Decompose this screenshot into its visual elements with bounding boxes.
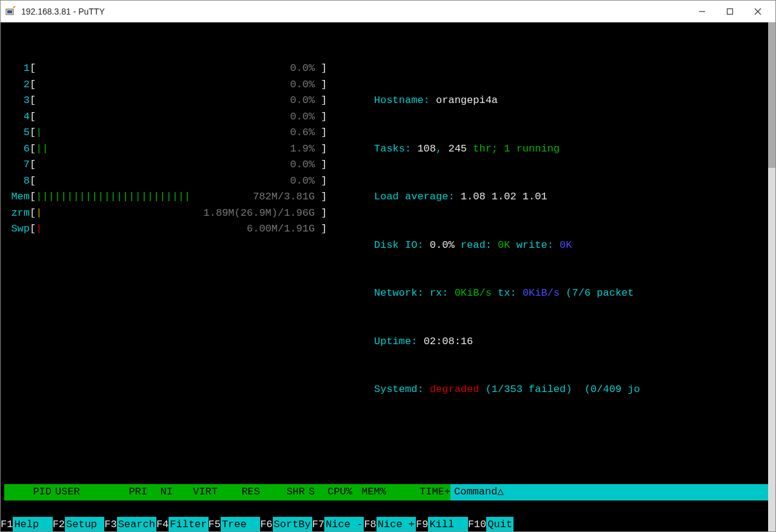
minimize-button[interactable] xyxy=(688,2,716,21)
window-title: 192.168.3.81 - PuTTY xyxy=(21,7,688,16)
col-s[interactable]: S xyxy=(305,484,318,500)
fkey-f2[interactable]: F2Setup xyxy=(53,517,105,531)
scrollbar-thumb[interactable] xyxy=(768,22,775,168)
tasks-label: Tasks: xyxy=(374,143,417,155)
fkey-f5[interactable]: F5Tree xyxy=(209,517,261,531)
fkey-f9[interactable]: F9Kill xyxy=(416,517,468,531)
uptime-label: Uptime: xyxy=(374,336,424,347)
process-header[interactable]: PID USER PRI NI VIRT RES SHR S CPU% MEM%… xyxy=(4,484,772,500)
col-cpu[interactable]: CPU% xyxy=(318,484,352,500)
col-pri[interactable]: PRI xyxy=(117,484,147,500)
svg-rect-4 xyxy=(728,8,733,14)
maximize-button[interactable] xyxy=(716,2,744,21)
meters-panel: 1[0.0%]2[0.0%]3[0.0%]4[0.0%]5[|0.6%]6[||… xyxy=(4,61,356,430)
col-virt[interactable]: VIRT xyxy=(173,484,218,500)
fkey-f6[interactable]: F6SortBy xyxy=(260,517,312,531)
function-key-bar: F1Help F2Setup F3SearchF4FilterF5Tree F6… xyxy=(1,518,775,531)
svg-rect-1 xyxy=(7,10,12,13)
svg-line-2 xyxy=(13,6,15,8)
cpu-meter-1: 1[0.0%] xyxy=(4,61,356,77)
zrm-meter: zrm[|1.89M(26.9M)/1.96G] xyxy=(4,205,356,222)
disk-label: Disk IO: xyxy=(374,239,430,251)
fkey-f7[interactable]: F7Nice - xyxy=(312,517,364,531)
hostname-label: Hostname: xyxy=(374,95,436,106)
cpu-meter-7: 7[0.0%] xyxy=(4,157,356,173)
col-ni[interactable]: NI xyxy=(147,484,173,500)
fkey-f10[interactable]: F10Quit xyxy=(468,517,513,531)
col-mem[interactable]: MEM% xyxy=(352,484,386,500)
close-button[interactable] xyxy=(744,2,772,21)
cpu-meter-3: 3[0.0%] xyxy=(4,93,356,109)
cpu-meter-2: 2[0.0%] xyxy=(4,77,356,93)
col-time[interactable]: TIME+ xyxy=(386,484,450,500)
scrollbar[interactable] xyxy=(768,22,775,531)
putty-icon xyxy=(4,5,16,18)
col-shr[interactable]: SHR xyxy=(260,484,305,500)
putty-window: 192.168.3.81 - PuTTY 1[0.0%]2[0.0%]3[0.0… xyxy=(0,0,776,532)
cpu-meter-4: 4[0.0%] xyxy=(4,109,356,125)
mem-meter: Mem[|||||||||||||||||||||||||782M/3.81G] xyxy=(4,189,356,205)
terminal[interactable]: 1[0.0%]2[0.0%]3[0.0%]4[0.0%]5[|0.6%]6[||… xyxy=(1,22,775,531)
network-label: Network: xyxy=(374,287,430,299)
titlebar[interactable]: 192.168.3.81 - PuTTY xyxy=(1,1,775,22)
col-pid[interactable]: PID xyxy=(4,484,52,500)
systemd-label: Systemd: xyxy=(374,384,430,395)
fkey-f8[interactable]: F8Nice + xyxy=(364,517,416,531)
fkey-f3[interactable]: F3Search xyxy=(104,517,156,531)
load-label: Load average: xyxy=(374,191,461,202)
col-command[interactable]: Command△ xyxy=(450,484,772,500)
col-user[interactable]: USER xyxy=(52,484,117,500)
hostname-value: orangepi4a xyxy=(436,95,498,106)
cpu-meter-6: 6[||1.9%] xyxy=(4,141,356,158)
fkey-f1[interactable]: F1Help xyxy=(1,517,53,531)
info-panel: Hostname: orangepi4a Tasks: 108, 245 thr… xyxy=(356,61,772,430)
col-res[interactable]: RES xyxy=(218,484,260,500)
swp-meter: Swp[|6.00M/1.91G] xyxy=(4,221,356,238)
fkey-f4[interactable]: F4Filter xyxy=(156,517,209,531)
cpu-meter-5: 5[|0.6%] xyxy=(4,125,356,141)
cpu-meter-8: 8[0.0%] xyxy=(4,173,356,190)
